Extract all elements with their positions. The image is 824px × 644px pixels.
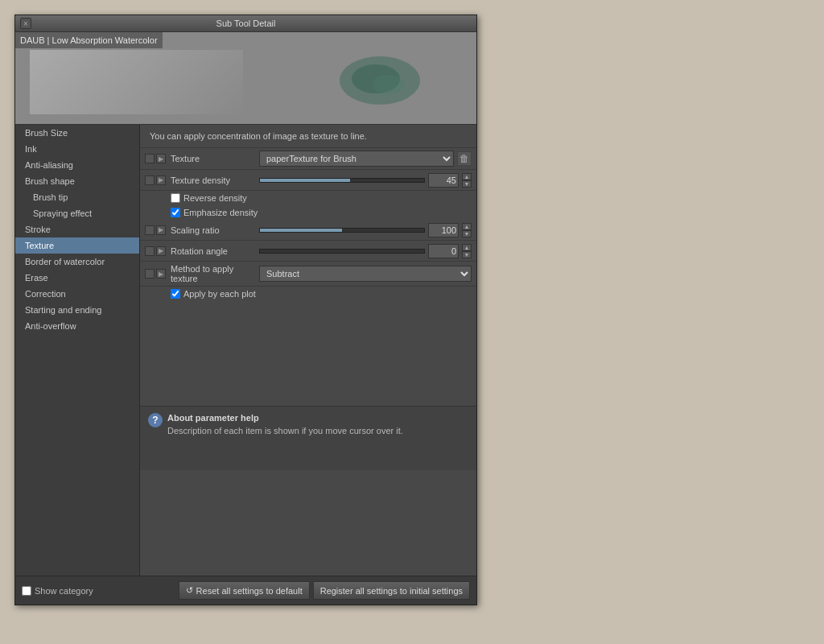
rotation-angle-row: ▶ Rotation angle ▲ ▼ bbox=[140, 241, 476, 262]
preview-area: DAUB | Low Absorption Watercolor bbox=[15, 32, 476, 125]
content-area: You can apply concentration of image as … bbox=[140, 125, 476, 576]
emphasize-density-row: Emphasize density bbox=[140, 205, 476, 220]
method-enable-check[interactable] bbox=[145, 269, 154, 279]
texture-control: paperTexture for Brush 🗑 bbox=[259, 151, 472, 167]
scaling-ratio-row: ▶ Scaling ratio ▲ ▼ bbox=[140, 220, 476, 241]
each-plot-label: Apply by each plot bbox=[183, 289, 256, 299]
rotation-spin-up[interactable]: ▲ bbox=[462, 244, 472, 251]
scaling-slider-fill bbox=[260, 229, 342, 232]
rotation-expand-arrow[interactable]: ▶ bbox=[156, 246, 166, 256]
sidebar-item-stroke[interactable]: Stroke bbox=[15, 221, 139, 237]
sidebar-item-ink[interactable]: Ink bbox=[15, 141, 139, 157]
help-title: About parameter help bbox=[167, 413, 403, 423]
rotation-row-toggles: ▶ bbox=[145, 246, 171, 256]
method-dropdown[interactable]: Subtract bbox=[259, 266, 472, 282]
scaling-slider-track[interactable] bbox=[259, 228, 425, 233]
rotation-enable-check[interactable] bbox=[145, 246, 154, 256]
bottom-bar: Show category ↺ Reset all settings to de… bbox=[15, 576, 476, 605]
reverse-density-row: Reverse density bbox=[140, 191, 476, 205]
density-number-input[interactable] bbox=[428, 173, 459, 188]
bottom-button-group: ↺ Reset all settings to default Register… bbox=[179, 581, 470, 600]
svg-point-2 bbox=[372, 75, 404, 94]
help-area: ? About parameter help Description of ea… bbox=[140, 406, 476, 470]
preview-watercolor bbox=[332, 48, 428, 113]
show-category-container: Show category bbox=[22, 586, 93, 596]
emphasize-density-check[interactable] bbox=[171, 208, 180, 217]
preview-label: DAUB | Low Absorption Watercolor bbox=[15, 32, 163, 48]
sidebar-item-erase[interactable]: Erase bbox=[15, 270, 139, 286]
help-description: Description of each item is shown if you… bbox=[167, 426, 403, 436]
emphasize-density-label: Emphasize density bbox=[183, 208, 258, 217]
scaling-number-input[interactable] bbox=[428, 223, 459, 237]
rotation-label: Rotation angle bbox=[171, 246, 259, 256]
texture-label: Texture bbox=[171, 154, 259, 163]
density-spinbox: ▲ ▼ bbox=[462, 173, 472, 188]
sidebar-item-correction[interactable]: Correction bbox=[15, 286, 139, 302]
density-spin-up[interactable]: ▲ bbox=[462, 173, 472, 180]
scaling-spinbox: ▲ ▼ bbox=[462, 223, 472, 237]
sidebar-item-anti-aliasing[interactable]: Anti-aliasing bbox=[15, 157, 139, 173]
rotation-slider-container bbox=[259, 249, 425, 254]
rotation-slider-track[interactable] bbox=[259, 249, 425, 254]
rotation-control: ▲ ▼ bbox=[259, 244, 472, 258]
method-control: Subtract bbox=[259, 266, 472, 282]
reset-default-label: Reset all settings to default bbox=[196, 586, 303, 596]
method-row-toggles: ▶ bbox=[145, 269, 171, 279]
density-slider-container bbox=[259, 178, 425, 183]
reset-icon: ↺ bbox=[186, 585, 193, 596]
density-label: Texture density bbox=[171, 175, 259, 185]
method-expand-arrow[interactable]: ▶ bbox=[156, 269, 166, 279]
texture-density-row: ▶ Texture density ▲ ▼ bbox=[140, 170, 476, 191]
reverse-density-check[interactable] bbox=[171, 193, 180, 203]
texture-row: ▶ Texture paperTexture for Brush 🗑 bbox=[140, 148, 476, 170]
show-category-check[interactable] bbox=[22, 586, 31, 596]
sidebar-item-brush-shape[interactable]: Brush shape bbox=[15, 173, 139, 189]
sidebar-item-starting-ending[interactable]: Starting and ending bbox=[15, 302, 139, 318]
sidebar-item-anti-overflow[interactable]: Anti-overflow bbox=[15, 318, 139, 334]
sidebar-item-border-watercolor[interactable]: Border of watercolor bbox=[15, 254, 139, 270]
titlebar: × Sub Tool Detail bbox=[15, 15, 476, 32]
sidebar-item-texture[interactable]: Texture bbox=[15, 237, 139, 254]
help-row: ? About parameter help Description of ea… bbox=[148, 413, 468, 436]
scaling-enable-check[interactable] bbox=[145, 225, 154, 235]
scaling-slider-container bbox=[259, 228, 425, 233]
scaling-expand-arrow[interactable]: ▶ bbox=[156, 225, 166, 235]
register-initial-button[interactable]: Register all settings to initial setting… bbox=[313, 581, 470, 600]
each-plot-check[interactable] bbox=[171, 289, 180, 299]
density-expand-arrow[interactable]: ▶ bbox=[156, 175, 166, 185]
content-header: You can apply concentration of image as … bbox=[140, 125, 476, 148]
rotation-number-input[interactable] bbox=[428, 244, 459, 258]
help-text-container: About parameter help Description of each… bbox=[167, 413, 403, 436]
texture-dropdown[interactable]: paperTexture for Brush bbox=[259, 151, 454, 167]
density-enable-check[interactable] bbox=[145, 175, 154, 185]
density-row-toggles: ▶ bbox=[145, 175, 171, 185]
window-title: Sub Tool Detail bbox=[216, 19, 276, 28]
rotation-spin-down[interactable]: ▼ bbox=[462, 251, 472, 258]
scaling-spin-down[interactable]: ▼ bbox=[462, 230, 472, 237]
each-plot-row: Apply by each plot bbox=[140, 287, 476, 301]
rotation-spinbox: ▲ ▼ bbox=[462, 244, 472, 258]
density-spin-down[interactable]: ▼ bbox=[462, 180, 472, 188]
sidebar-item-brush-size[interactable]: Brush Size bbox=[15, 125, 139, 141]
method-row: ▶ Method to apply texture Subtract bbox=[140, 262, 476, 287]
reset-default-button[interactable]: ↺ Reset all settings to default bbox=[179, 581, 310, 600]
sidebar-item-brush-tip[interactable]: Brush tip bbox=[15, 189, 139, 205]
scaling-row-toggles: ▶ bbox=[145, 225, 171, 235]
texture-delete-button[interactable]: 🗑 bbox=[457, 151, 472, 166]
density-slider-fill bbox=[260, 179, 350, 182]
help-icon: ? bbox=[148, 413, 163, 427]
sidebar-item-spraying-effect[interactable]: Spraying effect bbox=[15, 205, 139, 221]
close-button[interactable]: × bbox=[20, 18, 31, 29]
scaling-spin-up[interactable]: ▲ bbox=[462, 223, 472, 230]
register-initial-label: Register all settings to initial setting… bbox=[320, 586, 463, 596]
method-label: Method to apply texture bbox=[171, 264, 259, 283]
scaling-label: Scaling ratio bbox=[171, 225, 259, 235]
density-slider-track[interactable] bbox=[259, 178, 425, 183]
main-content: Brush Size Ink Anti-aliasing Brush shape… bbox=[15, 125, 476, 576]
sub-tool-detail-window: × Sub Tool Detail DAUB | Low Absorption … bbox=[14, 14, 477, 605]
row-toggles: ▶ bbox=[145, 154, 171, 163]
texture-enable-check[interactable] bbox=[145, 154, 154, 163]
density-control: ▲ ▼ bbox=[259, 173, 472, 188]
reverse-density-label: Reverse density bbox=[183, 193, 247, 203]
texture-expand-arrow[interactable]: ▶ bbox=[156, 154, 166, 163]
